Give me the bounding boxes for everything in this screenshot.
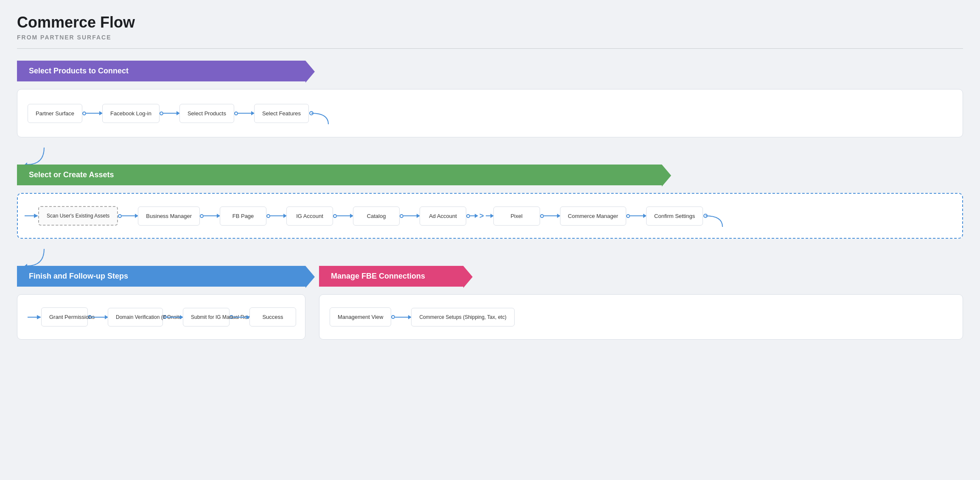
node-catalog: Catalog	[353, 207, 400, 226]
node-select-products: Select Products	[179, 104, 234, 123]
line	[470, 215, 478, 216]
arrow-a2	[200, 214, 220, 218]
arrow-a8	[540, 214, 560, 218]
arrow-a3	[266, 214, 286, 218]
dot	[266, 214, 270, 218]
node-scan-existing-assets: Scan User's Existing Assets	[38, 206, 118, 226]
arrow-c1	[391, 315, 411, 319]
dot	[234, 112, 238, 115]
line	[270, 215, 286, 216]
curve-down-right-1	[309, 102, 330, 124]
finish-steps-banner-label: Finish and Follow-up Steps	[29, 272, 128, 281]
node-fb-page: FB Page	[220, 207, 266, 226]
divider	[17, 48, 963, 49]
line	[630, 215, 646, 216]
dot	[82, 112, 86, 115]
manage-connections-flow-row: Management View Commerce Setups (Shippin…	[330, 303, 952, 331]
arrow-a5	[400, 214, 420, 218]
arrow-a7	[486, 215, 493, 216]
line	[337, 215, 353, 216]
dot	[200, 214, 204, 218]
select-products-section: Select Products to Connect Partner Surfa…	[17, 61, 963, 137]
finish-steps-section: Finish and Follow-up Steps Grant Permiss…	[17, 266, 305, 349]
curve-left-connector	[25, 148, 50, 165]
arrow-a9	[626, 214, 646, 218]
dot	[540, 214, 544, 218]
arrow-a6	[466, 214, 478, 218]
entry-arrow	[25, 212, 38, 220]
dot	[466, 214, 470, 218]
line	[167, 317, 183, 318]
page-title: Commerce Flow	[17, 14, 963, 31]
line	[544, 215, 560, 216]
line	[233, 317, 249, 318]
dot	[391, 315, 395, 319]
finish-steps-flow-box: Grant Permissions Domain Verification (I…	[17, 294, 305, 340]
node-business-manager: Business Manager	[138, 207, 200, 226]
curve-down-right-2	[703, 205, 724, 227]
svg-marker-3	[34, 214, 38, 218]
arrow-a4	[333, 214, 353, 218]
select-assets-section: Select or Create Assets Scan User's Exis…	[17, 165, 963, 239]
arrow-1	[82, 112, 102, 115]
node-domain-verification: Domain Verification (If Onsite Eligible)	[108, 308, 163, 327]
line	[238, 113, 254, 114]
line	[395, 317, 411, 318]
arrow-2	[160, 112, 179, 115]
finish-steps-flow-row: Grant Permissions Domain Verification (I…	[28, 303, 295, 331]
dot	[333, 214, 337, 218]
select-products-flow-row: Partner Surface Facebook Log-in Select P…	[28, 98, 952, 128]
page-subtitle: FROM PARTNER SURFACE	[17, 34, 963, 41]
dot	[160, 112, 163, 115]
select-assets-banner-label: Select or Create Assets	[29, 170, 114, 179]
node-success: Success	[249, 307, 296, 327]
dot	[118, 214, 122, 218]
select-assets-flow-wrapper: Scan User's Existing Assets Business Man…	[17, 193, 963, 239]
node-ig-account: IG Account	[286, 207, 333, 226]
dot	[400, 214, 403, 218]
entry-arrow-b	[28, 313, 41, 321]
select-products-banner-label: Select Products to Connect	[29, 67, 129, 75]
inter-section-connector-1	[17, 148, 963, 165]
svg-marker-7	[37, 315, 41, 319]
inter-section-connector-2	[17, 249, 963, 266]
node-management-view: Management View	[330, 307, 391, 327]
manage-connections-section: Manage FBE Connections Management View C…	[319, 266, 963, 349]
arrow-3	[234, 112, 254, 115]
bottom-sections: Finish and Follow-up Steps Grant Permiss…	[17, 266, 963, 349]
node-submit-ig-review: Submit for IG Manual Review	[183, 308, 230, 327]
select-assets-banner: Select or Create Assets	[17, 165, 662, 185]
line	[403, 215, 420, 216]
node-commerce-manager: Commerce Manager	[560, 207, 627, 226]
line	[486, 215, 493, 216]
finish-steps-banner: Finish and Follow-up Steps	[17, 266, 305, 287]
dot	[626, 214, 630, 218]
node-pixel: Pixel	[493, 207, 540, 226]
line	[86, 113, 102, 114]
curve-left-connector-2	[25, 249, 50, 266]
manage-connections-banner: Manage FBE Connections	[319, 266, 463, 287]
line	[163, 113, 179, 114]
line	[122, 215, 138, 216]
node-facebook-login: Facebook Log-in	[102, 104, 160, 123]
dashed-flow-container: Scan User's Existing Assets Business Man…	[17, 193, 963, 239]
arrow-a1	[118, 214, 138, 218]
node-commerce-setups: Commerce Setups (Shipping, Tax, etc)	[411, 308, 514, 327]
manage-connections-flow-box: Management View Commerce Setups (Shippin…	[319, 294, 963, 340]
select-products-flow-box: Partner Surface Facebook Log-in Select P…	[17, 89, 963, 137]
node-confirm-settings: Confirm Settings	[646, 207, 703, 226]
select-products-banner: Select Products to Connect	[17, 61, 305, 81]
chevron-indicator: >	[479, 212, 484, 220]
manage-connections-banner-label: Manage FBE Connections	[331, 272, 425, 281]
node-grant-permissions: Grant Permissions	[41, 307, 88, 327]
line	[92, 317, 108, 318]
line	[204, 215, 220, 216]
node-select-features: Select Features	[254, 104, 309, 123]
node-partner-surface: Partner Surface	[28, 104, 82, 123]
select-assets-flow-row: Scan User's Existing Assets Business Man…	[25, 201, 954, 231]
node-ad-account: Ad Account	[420, 207, 466, 226]
